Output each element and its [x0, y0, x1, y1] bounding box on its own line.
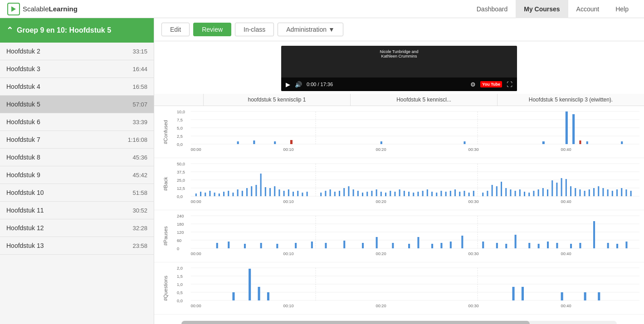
svg-rect-122 [579, 189, 581, 196]
svg-rect-200 [232, 292, 234, 300]
svg-rect-43 [200, 192, 201, 196]
svg-rect-55 [255, 185, 257, 196]
svg-rect-133 [630, 191, 632, 196]
svg-rect-44 [205, 193, 206, 196]
svg-rect-98 [463, 191, 465, 196]
sidebar-item[interactable]: Hoofdstuk 1130:52 [0, 202, 154, 219]
svg-text:2,0: 2,0 [177, 266, 183, 271]
sidebar-item[interactable]: Hoofdstuk 945:42 [0, 166, 154, 184]
fullscreen-icon[interactable]: ⛶ [507, 81, 512, 88]
svg-rect-69 [330, 189, 331, 196]
volume-icon[interactable]: 🔊 [295, 81, 302, 88]
nav-account[interactable]: Account [568, 0, 608, 18]
svg-rect-92 [436, 193, 437, 196]
logo-text: ScalableLearning [23, 5, 78, 13]
svg-rect-127 [602, 188, 604, 196]
tab-review[interactable]: Review [193, 23, 231, 36]
svg-text:00:20: 00:20 [376, 251, 386, 256]
svg-text:240: 240 [177, 214, 184, 218]
sidebar-item[interactable]: Hoofdstuk 416:58 [0, 78, 154, 96]
sidebar-item-label: Hoofdstuk 4 [6, 83, 40, 90]
confused-ylabel: #Confused [154, 106, 177, 158]
sidebar-item-label: Hoofdstuk 2 [6, 48, 40, 55]
sidebar-item[interactable]: Hoofdstuk 71:16:08 [0, 131, 154, 149]
svg-rect-61 [283, 191, 285, 196]
clip-label-1: hoofdstuk 5 kennisclip 1 [203, 94, 350, 106]
sidebar-item-time: 33:15 [132, 48, 147, 55]
sidebar-item[interactable]: Hoofdstuk 1323:58 [0, 237, 154, 255]
sidebar-item[interactable]: Hoofdstuk 316:44 [0, 60, 154, 78]
svg-rect-74 [353, 189, 354, 196]
sidebar-item[interactable]: Hoofdstuk 633:39 [0, 113, 154, 131]
main-layout: ⌃ Groep 9 en 10: Hoofdstuk 5 Hoofdstuk 2… [0, 18, 644, 324]
sidebar-item-time: 16:58 [132, 83, 147, 90]
nav-help[interactable]: Help [607, 0, 637, 18]
sidebar-item-label: Hoofdstuk 5 [6, 101, 40, 108]
svg-text:00:30: 00:30 [468, 251, 479, 256]
sidebar-item[interactable]: Hoofdstuk 1051:58 [0, 184, 154, 202]
svg-text:00:20: 00:20 [376, 304, 386, 308]
sidebar-item[interactable]: Hoofdstuk 1232:28 [0, 219, 154, 237]
svg-rect-14 [253, 140, 255, 144]
sidebar-item[interactable]: Hoofdstuk 557:07 [0, 96, 154, 113]
svg-rect-156 [295, 243, 297, 248]
svg-rect-17 [381, 141, 382, 144]
svg-rect-160 [362, 243, 364, 248]
logo: ScalableLearning [7, 3, 78, 15]
svg-rect-65 [302, 193, 303, 196]
svg-rect-180 [607, 243, 609, 248]
svg-rect-54 [251, 186, 252, 196]
svg-rect-131 [621, 188, 622, 196]
scrollbar-thumb[interactable] [181, 321, 530, 324]
svg-rect-166 [440, 243, 442, 248]
chart-pauses: #Pauses 240 180 120 60 0 [154, 210, 644, 262]
svg-text:0,0: 0,0 [177, 299, 183, 303]
svg-rect-51 [237, 189, 239, 196]
svg-rect-128 [607, 189, 609, 196]
video-player[interactable]: Nicole Tunbridge andKathleen Crummins ▶ … [281, 46, 517, 91]
svg-rect-21 [572, 114, 575, 144]
play-icon[interactable]: ▶ [286, 81, 290, 88]
svg-rect-119 [566, 179, 567, 196]
svg-rect-113 [538, 189, 539, 196]
svg-rect-64 [297, 191, 298, 196]
svg-rect-157 [311, 242, 313, 248]
sidebar-item[interactable]: Hoofdstuk 845:36 [0, 149, 154, 166]
sidebar-item-time: 30:52 [132, 207, 147, 214]
sidebar-item-label: Hoofdstuk 13 [6, 242, 44, 249]
svg-text:50,0: 50,0 [177, 162, 185, 166]
svg-rect-107 [510, 189, 511, 196]
svg-rect-89 [422, 191, 424, 196]
svg-rect-103 [492, 185, 493, 196]
svg-text:0,0: 0,0 [177, 142, 183, 147]
horizontal-scrollbar[interactable] [181, 321, 617, 324]
chevron-down-icon: ▼ [328, 26, 335, 33]
tab-edit[interactable]: Edit [161, 23, 190, 36]
svg-rect-24 [621, 141, 623, 144]
svg-rect-162 [392, 243, 394, 248]
svg-rect-18 [463, 141, 465, 144]
svg-rect-95 [450, 191, 451, 196]
sidebar-item-label: Hoofdstuk 10 [6, 189, 44, 196]
svg-rect-104 [496, 186, 498, 196]
sidebar-item-label: Hoofdstuk 6 [6, 118, 40, 126]
tab-inclass[interactable]: In-class [235, 23, 274, 36]
settings-icon[interactable]: ⚙ [470, 81, 476, 88]
nav-dashboard[interactable]: Dashboard [468, 0, 516, 18]
svg-rect-111 [528, 193, 530, 196]
svg-rect-123 [584, 191, 585, 196]
nav-mycourses[interactable]: My Courses [516, 0, 568, 18]
svg-rect-206 [561, 292, 563, 300]
back-ylabel: #Back [154, 158, 177, 210]
svg-rect-177 [570, 244, 572, 248]
content-area: Edit Review In-class Administration ▼ Ni… [154, 18, 644, 324]
video-area: Nicole Tunbridge andKathleen Crummins ▶ … [154, 41, 644, 94]
tab-administration[interactable]: Administration ▼ [278, 23, 343, 36]
clip-label-3: Hoofdstuk 5 kennisclip 3 (eiwitten). [497, 94, 644, 106]
clip-labels-row: hoofdstuk 5 kennisclip 1 Hoofdstuk 5 ken… [154, 94, 644, 106]
svg-rect-68 [325, 191, 326, 196]
svg-rect-15 [274, 141, 276, 144]
svg-rect-88 [417, 192, 419, 196]
sidebar-item[interactable]: Hoofdstuk 233:15 [0, 43, 154, 60]
svg-rect-70 [334, 192, 336, 196]
